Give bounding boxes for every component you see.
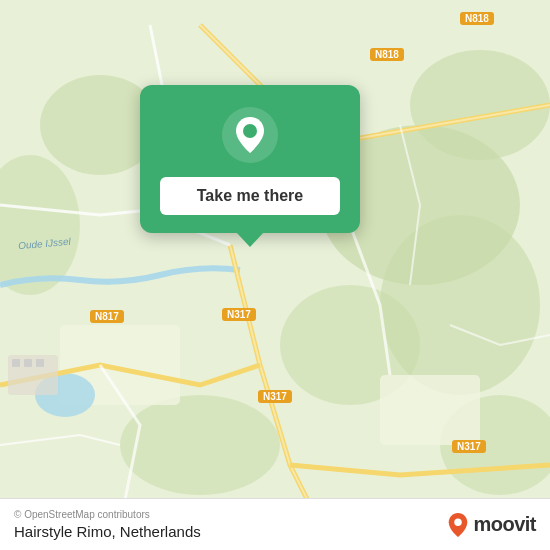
location-name: Hairstyle Rimo, Netherlands [14,523,201,540]
svg-rect-15 [36,359,44,367]
location-popup: Take me there [140,85,360,233]
road-label-n317-right: N317 [452,440,486,453]
moovit-pin-icon [447,512,469,538]
svg-point-18 [455,518,462,525]
svg-point-8 [410,50,550,160]
bottom-bar: © OpenStreetMap contributors Hairstyle R… [0,498,550,550]
take-me-there-button[interactable]: Take me there [160,177,340,215]
road-label-n817: N817 [90,310,124,323]
moovit-logo: moovit [447,512,536,538]
bottom-info: © OpenStreetMap contributors Hairstyle R… [14,509,201,540]
road-label-n317-mid: N317 [222,308,256,321]
moovit-text: moovit [473,513,536,536]
svg-rect-13 [12,359,20,367]
road-label-n818-tr: N818 [460,12,494,25]
map-attribution: © OpenStreetMap contributors [14,509,201,520]
svg-point-6 [120,395,280,495]
svg-rect-14 [24,359,32,367]
svg-rect-10 [380,375,480,445]
road-label-n818-mr: N818 [370,48,404,61]
svg-point-17 [243,124,257,138]
map-pin-icon [222,107,278,163]
road-label-n317-lower: N317 [258,390,292,403]
map-container: N818 N818 N818 N817 N317 N317 N317 Oude … [0,0,550,550]
map-background [0,0,550,550]
